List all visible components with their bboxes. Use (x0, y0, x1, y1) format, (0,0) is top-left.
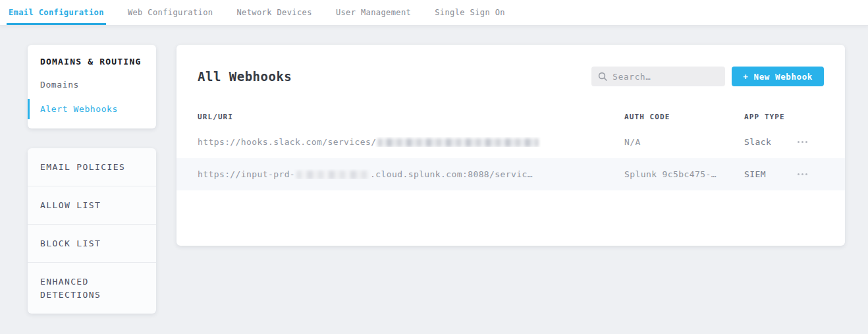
top-navigation: Email Configuration Web Configuration Ne… (0, 0, 868, 25)
column-header-app-type: APP TYPE (744, 113, 795, 121)
sidebar-sections-card: EMAIL POLICIES ALLOW LIST BLOCK LIST ENH… (28, 148, 156, 314)
domains-routing-title: DOMAINS & ROUTING (28, 57, 156, 70)
sidebar-item-enhanced-detections[interactable]: ENHANCED DETECTIONS (28, 263, 156, 314)
webhooks-table: URL/URI AUTH CODE APP TYPE https://hooks… (176, 107, 845, 190)
tab-user-management[interactable]: User Management (334, 0, 413, 25)
new-webhook-button[interactable]: + New Webhook (732, 67, 824, 86)
app-type-cell: SIEM (744, 169, 795, 179)
url-text: .cloud.splunk.com:8088/servic… (370, 169, 533, 179)
search-box[interactable] (591, 67, 725, 86)
auth-code-cell: N/A (624, 137, 744, 147)
row-menu-icon[interactable] (795, 137, 810, 147)
search-icon (598, 72, 607, 81)
tab-network-devices[interactable]: Network Devices (235, 0, 314, 25)
sidebar-item-allow-list[interactable]: ALLOW LIST (28, 186, 156, 225)
column-header-url: URL/URI (198, 113, 624, 121)
all-webhooks-panel: All Webhooks + New Webhook URL/URI AUTH … (176, 45, 845, 246)
page-title: All Webhooks (198, 69, 591, 84)
column-header-auth-code: AUTH CODE (624, 113, 744, 121)
page-body: DOMAINS & ROUTING Domains Alert Webhooks… (0, 25, 868, 334)
webhook-url-cell: https://hooks.slack.com/services/ (198, 137, 624, 147)
sidebar-item-alert-webhooks[interactable]: Alert Webhooks (28, 99, 156, 119)
redacted-text (296, 171, 369, 179)
tab-single-sign-on[interactable]: Single Sign On (433, 0, 507, 25)
sidebar-item-domains[interactable]: Domains (28, 74, 156, 95)
table-row: https://hooks.slack.com/services/ N/A Sl… (176, 126, 845, 158)
redacted-text (377, 138, 539, 147)
sidebar: DOMAINS & ROUTING Domains Alert Webhooks… (28, 45, 156, 314)
auth-code-cell: Splunk 9c5bc475-… (624, 169, 744, 179)
url-text: https://hooks.slack.com/services/ (198, 137, 376, 147)
tab-email-configuration[interactable]: Email Configuration (7, 0, 106, 25)
sidebar-item-email-policies[interactable]: EMAIL POLICIES (28, 148, 156, 186)
panel-header: All Webhooks + New Webhook (176, 45, 845, 86)
url-text: https://input-prd- (198, 169, 295, 179)
webhook-url-cell: https://input-prd-.cloud.splunk.com:8088… (198, 169, 624, 179)
table-row: https://input-prd-.cloud.splunk.com:8088… (176, 158, 845, 190)
row-menu-icon[interactable] (795, 169, 810, 179)
table-header-row: URL/URI AUTH CODE APP TYPE (176, 107, 845, 126)
tab-web-configuration[interactable]: Web Configuration (126, 0, 215, 25)
app-type-cell: Slack (744, 137, 795, 147)
search-input[interactable] (612, 72, 719, 82)
domains-routing-card: DOMAINS & ROUTING Domains Alert Webhooks (28, 45, 156, 128)
sidebar-item-block-list[interactable]: BLOCK LIST (28, 225, 156, 263)
